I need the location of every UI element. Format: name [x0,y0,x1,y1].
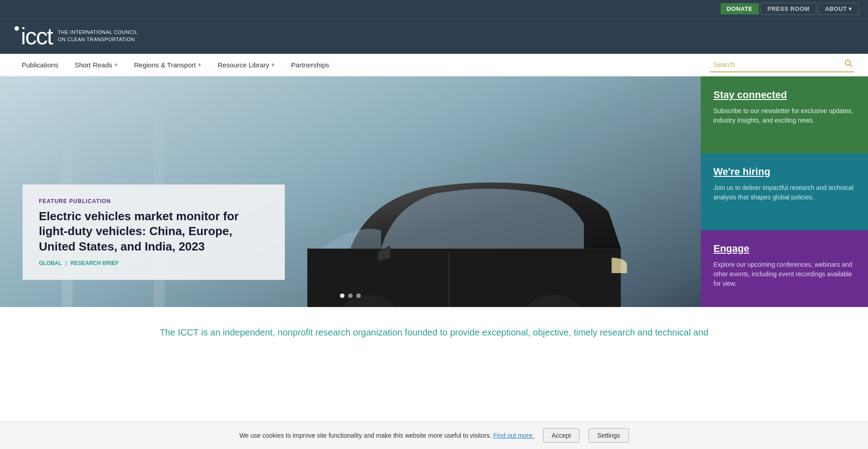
engage-desc: Explore our upcoming conferences, webina… [713,260,855,288]
nav-regions-transport[interactable]: Regions & Transport + [126,53,209,76]
resource-library-plus: + [271,61,275,68]
engage-title[interactable]: Engage [713,243,855,255]
nav-publications[interactable]: Publications [14,53,66,76]
feature-title: Electric vehicles market monitor for lig… [39,209,269,255]
search-icon [844,59,853,67]
stay-connected-title[interactable]: Stay connected [713,89,855,101]
logo-text: THE INTERNATIONAL COUNCIL ON CLEAN TRANS… [58,29,138,43]
tag-research-brief: RESEARCH BRIEF [71,260,119,266]
feature-tags: GLOBAL | RESEARCH BRIEF [39,260,269,266]
main-nav: Publications Short Reads + Regions & Tra… [0,54,868,76]
search-bar[interactable] [710,57,854,72]
nav-resource-library[interactable]: Resource Library + [209,53,283,76]
header: icct THE INTERNATIONAL COUNCIL ON CLEAN … [0,18,868,54]
slide-dot-2[interactable] [348,293,353,298]
mission-text: The ICCT is an independent, nonprofit re… [27,325,841,340]
short-reads-plus: + [114,61,118,68]
tag-separator: | [66,260,67,266]
svg-line-1 [850,64,852,66]
slide-dot-1[interactable] [340,293,344,298]
slide-dot-3[interactable] [356,293,361,298]
hiring-title[interactable]: We're hiring [713,166,855,178]
logo[interactable]: icct THE INTERNATIONAL COUNCIL ON CLEAN … [14,24,138,48]
hero-section: FEATURE PUBLICATION Electric vehicles ma… [0,76,868,307]
search-input[interactable] [710,61,843,68]
stay-connected-desc: Subscribe to our newsletter for exclusiv… [713,106,855,125]
hero-sidebar: Stay connected Subscribe to our newslett… [701,76,868,307]
panel-engage[interactable]: Engage Explore our upcoming conferences,… [701,230,868,307]
top-bar: DONATE PRESS ROOM ABOUT ▾ [0,0,868,18]
hiring-desc: Join us to deliver impactful research an… [713,183,855,202]
press-room-button[interactable]: PRESS ROOM [761,3,816,15]
nav-partnerships[interactable]: Partnerships [283,53,337,76]
mission-section: The ICCT is an independent, nonprofit re… [0,307,868,358]
slide-dots [340,293,361,298]
hero-image[interactable]: FEATURE PUBLICATION Electric vehicles ma… [0,76,701,307]
tag-global: GLOBAL [39,260,62,266]
about-button[interactable]: ABOUT ▾ [818,3,859,15]
nav-short-reads[interactable]: Short Reads + [66,53,126,76]
search-button[interactable] [843,59,854,70]
regions-transport-plus: + [198,61,201,68]
donate-button[interactable]: DONATE [721,3,759,14]
feature-publication-label: FEATURE PUBLICATION [39,198,269,204]
panel-hiring[interactable]: We're hiring Join us to deliver impactfu… [701,153,868,230]
panel-stay-connected[interactable]: Stay connected Subscribe to our newslett… [701,76,868,153]
feature-card[interactable]: FEATURE PUBLICATION Electric vehicles ma… [23,184,285,280]
logo-icct: icct [14,24,52,48]
nav-links: Publications Short Reads + Regions & Tra… [14,53,710,76]
